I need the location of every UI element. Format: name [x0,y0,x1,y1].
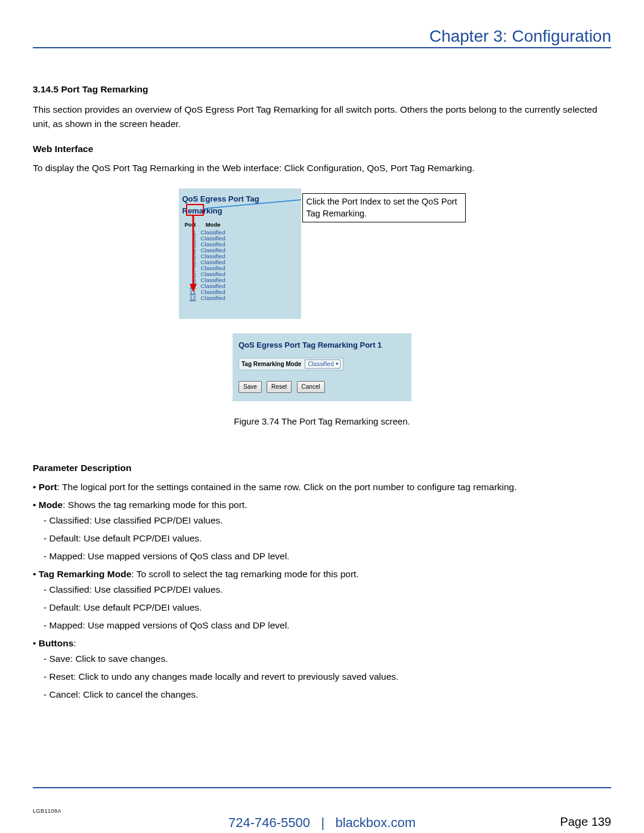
footer-page-number: 139 [592,815,611,828]
panel-port-detail: QoS Egress Port Tag Remarking Port 1 Tag… [233,333,411,402]
web-interface-text: To display the QoS Port Tag Remarking in… [33,161,611,175]
section-intro: This section provides an overview of QoS… [33,103,611,131]
param-buttons-label: Buttons [39,638,74,648]
param-mode-label: Mode [39,500,63,510]
footer-center: 724-746-5500 | blackbox.com [33,815,611,831]
chapter-title: Chapter 3: Configuration [429,27,611,46]
param-buttons-colon: : [73,638,76,648]
footer-phone: 724-746-5500 [228,815,310,830]
port-mode: Classified [199,295,228,301]
param-trm-text: : To scroll to select the tag remarking … [131,569,358,579]
tag-remarking-mode-select[interactable]: Classified ▾ [305,360,340,368]
footer-site: blackbox.com [335,815,416,830]
param-mode-sub-0: Classified: Use classified PCP/DEI value… [44,513,611,528]
chevron-down-icon: ▾ [336,360,339,368]
param-trm-sub-1: Default: Use default PCP/DEI values. [44,600,611,615]
save-button[interactable]: Save [239,381,262,393]
param-buttons-sub-0: Save: Click to save changes. [44,652,611,666]
param-trm: Tag Remarking Mode: To scroll to select … [33,567,611,633]
param-trm-sub-2: Mapped: Use mapped versions of QoS class… [44,618,611,633]
figure-caption: Figure 3.74 The Port Tag Remarking scree… [234,414,410,428]
mode-row: Tag Remarking Mode Classified ▾ [239,358,343,371]
param-port: Port: The logical port for the settings … [33,480,611,494]
param-mode-text: : Shows the tag remarking mode for this … [63,500,247,510]
parameter-description-heading: Parameter Description [33,461,611,475]
mode-value: Classified [308,360,333,369]
param-trm-label: Tag Remarking Mode [39,569,132,579]
cancel-button[interactable]: Cancel [297,381,325,393]
param-port-text: : The logical port for the settings cont… [57,482,517,492]
reset-button[interactable]: Reset [267,381,292,393]
panel-port-list: QoS Egress Port Tag Remarking Port Mode … [179,188,301,319]
web-interface-heading: Web Interface [33,142,611,156]
param-buttons: Buttons: Save: Click to save changes. Re… [33,636,611,702]
footer-model: LGB1108A [33,808,61,814]
param-mode-sub-1: Default: Use default PCP/DEI values. [44,531,611,546]
footer-page-label: Page [560,815,588,828]
th-port: Port [182,221,199,230]
param-mode: Mode: Shows the tag remarking mode for t… [33,498,611,563]
figure-area: QoS Egress Port Tag Remarking Port Mode … [33,188,611,450]
param-buttons-sub-1: Reset: Click to undo any changes made lo… [44,670,611,684]
param-mode-sub-2: Mapped: Use mapped versions of QoS class… [44,549,611,563]
param-buttons-sub-2: Cancel: Click to cancel the changes. [44,688,611,702]
port-mode-table: Port Mode 1Classified2Classified3Classif… [182,221,228,301]
callout-box: Click the Port Index to set the QoS Port… [302,193,466,222]
param-trm-sub-0: Classified: Use classified PCP/DEI value… [44,583,611,597]
parameter-list: Port: The logical port for the settings … [33,480,611,702]
footer: LGB1108A 724-746-5500 | blackbox.com Pag… [33,804,611,815]
table-row: 12Classified [182,295,228,301]
header-rule [33,47,611,48]
mode-label: Tag Remarking Mode [242,360,301,369]
panel-a-title: QoS Egress Port Tag Remarking [182,193,298,217]
port-link[interactable]: 12 [182,295,199,301]
param-port-label: Port [39,482,57,492]
footer-rule [33,787,611,788]
th-mode: Mode [199,221,228,230]
footer-page: Page 139 [560,815,611,829]
panel-b-title: QoS Egress Port Tag Remarking Port 1 [239,339,405,351]
section-heading: 3.14.5 Port Tag Remarking [33,82,611,97]
footer-sep: | [321,815,324,830]
